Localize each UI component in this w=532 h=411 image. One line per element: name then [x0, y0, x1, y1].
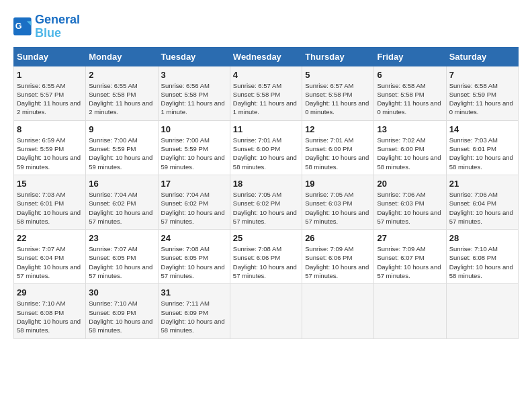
- calendar-week-row: 1Sunrise: 6:55 AMSunset: 5:57 PMDaylight…: [14, 66, 519, 120]
- day-number: 4: [233, 70, 299, 80]
- calendar-cell: 13Sunrise: 7:02 AMSunset: 6:00 PMDayligh…: [374, 120, 446, 175]
- col-header-wednesday: Wednesday: [230, 47, 302, 66]
- page-header: G General Blue: [13, 13, 519, 40]
- col-header-sunday: Sunday: [14, 47, 86, 66]
- calendar-cell: 1Sunrise: 6:55 AMSunset: 5:57 PMDaylight…: [14, 66, 86, 120]
- calendar-cell: [446, 284, 518, 338]
- day-number: 29: [17, 287, 83, 298]
- svg-text:G: G: [15, 21, 22, 31]
- calendar-cell: 24Sunrise: 7:08 AMSunset: 6:05 PMDayligh…: [158, 230, 230, 284]
- day-info: Sunrise: 6:57 AMSunset: 5:58 PMDaylight:…: [233, 81, 299, 117]
- calendar-cell: 12Sunrise: 7:01 AMSunset: 6:00 PMDayligh…: [302, 120, 374, 175]
- col-header-tuesday: Tuesday: [158, 47, 230, 66]
- day-number: 1: [17, 70, 83, 80]
- day-info: Sunrise: 6:58 AMSunset: 5:58 PMDaylight:…: [377, 81, 443, 117]
- calendar-cell: 27Sunrise: 7:09 AMSunset: 6:07 PMDayligh…: [374, 230, 446, 284]
- day-info: Sunrise: 7:03 AMSunset: 6:01 PMDaylight:…: [17, 190, 83, 226]
- day-info: Sunrise: 7:05 AMSunset: 6:02 PMDaylight:…: [233, 190, 299, 226]
- day-info: Sunrise: 7:10 AMSunset: 6:08 PMDaylight:…: [17, 299, 83, 334]
- logo-text: General Blue: [35, 13, 80, 40]
- day-number: 19: [305, 179, 371, 189]
- calendar-cell: 28Sunrise: 7:10 AMSunset: 6:08 PMDayligh…: [446, 230, 518, 284]
- day-info: Sunrise: 7:06 AMSunset: 6:03 PMDaylight:…: [377, 190, 443, 226]
- day-info: Sunrise: 7:11 AMSunset: 6:09 PMDaylight:…: [161, 299, 227, 334]
- day-number: 15: [17, 179, 83, 189]
- day-info: Sunrise: 7:05 AMSunset: 6:03 PMDaylight:…: [305, 190, 371, 226]
- logo: G General Blue: [13, 13, 80, 40]
- day-number: 18: [233, 179, 299, 189]
- day-info: Sunrise: 7:09 AMSunset: 6:07 PMDaylight:…: [377, 244, 443, 280]
- calendar-cell: 22Sunrise: 7:07 AMSunset: 6:04 PMDayligh…: [14, 230, 86, 284]
- calendar-table: SundayMondayTuesdayWednesdayThursdayFrid…: [13, 47, 519, 339]
- calendar-cell: 5Sunrise: 6:57 AMSunset: 5:58 PMDaylight…: [302, 66, 374, 120]
- header-row: SundayMondayTuesdayWednesdayThursdayFrid…: [14, 47, 519, 66]
- day-number: 31: [161, 287, 227, 298]
- day-info: Sunrise: 7:03 AMSunset: 6:01 PMDaylight:…: [449, 136, 515, 171]
- calendar-cell: 15Sunrise: 7:03 AMSunset: 6:01 PMDayligh…: [14, 175, 86, 229]
- calendar-week-row: 15Sunrise: 7:03 AMSunset: 6:01 PMDayligh…: [14, 175, 519, 229]
- calendar-cell: 9Sunrise: 7:00 AMSunset: 5:59 PMDaylight…: [86, 120, 158, 175]
- calendar-week-row: 29Sunrise: 7:10 AMSunset: 6:08 PMDayligh…: [14, 284, 519, 338]
- calendar-cell: 23Sunrise: 7:07 AMSunset: 6:05 PMDayligh…: [86, 230, 158, 284]
- day-info: Sunrise: 6:59 AMSunset: 5:59 PMDaylight:…: [17, 136, 83, 171]
- day-info: Sunrise: 7:09 AMSunset: 6:06 PMDaylight:…: [305, 244, 371, 280]
- day-number: 30: [89, 287, 154, 298]
- day-number: 9: [89, 124, 154, 134]
- calendar-cell: [230, 284, 302, 338]
- calendar-cell: 20Sunrise: 7:06 AMSunset: 6:03 PMDayligh…: [374, 175, 446, 229]
- day-number: 17: [161, 179, 227, 189]
- day-number: 12: [305, 124, 371, 134]
- calendar-cell: [302, 284, 374, 338]
- day-info: Sunrise: 6:55 AMSunset: 5:58 PMDaylight:…: [89, 81, 154, 117]
- day-info: Sunrise: 6:57 AMSunset: 5:58 PMDaylight:…: [305, 81, 371, 117]
- calendar-cell: 26Sunrise: 7:09 AMSunset: 6:06 PMDayligh…: [302, 230, 374, 284]
- day-info: Sunrise: 7:10 AMSunset: 6:08 PMDaylight:…: [449, 244, 515, 280]
- day-number: 6: [377, 70, 443, 80]
- day-number: 25: [233, 233, 299, 243]
- day-number: 5: [305, 70, 371, 80]
- day-number: 14: [449, 124, 515, 134]
- calendar-cell: 16Sunrise: 7:04 AMSunset: 6:02 PMDayligh…: [86, 175, 158, 229]
- day-info: Sunrise: 6:56 AMSunset: 5:58 PMDaylight:…: [161, 81, 227, 117]
- calendar-cell: 6Sunrise: 6:58 AMSunset: 5:58 PMDaylight…: [374, 66, 446, 120]
- day-info: Sunrise: 7:07 AMSunset: 6:04 PMDaylight:…: [17, 244, 83, 280]
- day-number: 11: [233, 124, 299, 134]
- calendar-cell: 31Sunrise: 7:11 AMSunset: 6:09 PMDayligh…: [158, 284, 230, 338]
- day-info: Sunrise: 7:10 AMSunset: 6:09 PMDaylight:…: [89, 299, 154, 334]
- day-info: Sunrise: 7:06 AMSunset: 6:04 PMDaylight:…: [449, 190, 515, 226]
- day-info: Sunrise: 7:01 AMSunset: 6:00 PMDaylight:…: [233, 136, 299, 171]
- col-header-saturday: Saturday: [446, 47, 518, 66]
- col-header-monday: Monday: [86, 47, 158, 66]
- calendar-cell: 10Sunrise: 7:00 AMSunset: 5:59 PMDayligh…: [158, 120, 230, 175]
- calendar-cell: 19Sunrise: 7:05 AMSunset: 6:03 PMDayligh…: [302, 175, 374, 229]
- calendar-cell: 30Sunrise: 7:10 AMSunset: 6:09 PMDayligh…: [86, 284, 158, 338]
- calendar-week-row: 8Sunrise: 6:59 AMSunset: 5:59 PMDaylight…: [14, 120, 519, 175]
- calendar-cell: 7Sunrise: 6:58 AMSunset: 5:59 PMDaylight…: [446, 66, 518, 120]
- calendar-cell: 4Sunrise: 6:57 AMSunset: 5:58 PMDaylight…: [230, 66, 302, 120]
- calendar-cell: [374, 284, 446, 338]
- day-info: Sunrise: 7:02 AMSunset: 6:00 PMDaylight:…: [377, 136, 443, 171]
- col-header-thursday: Thursday: [302, 47, 374, 66]
- calendar-cell: 25Sunrise: 7:08 AMSunset: 6:06 PMDayligh…: [230, 230, 302, 284]
- day-number: 28: [449, 233, 515, 243]
- calendar-cell: 14Sunrise: 7:03 AMSunset: 6:01 PMDayligh…: [446, 120, 518, 175]
- day-number: 21: [449, 179, 515, 189]
- day-number: 20: [377, 179, 443, 189]
- calendar-week-row: 22Sunrise: 7:07 AMSunset: 6:04 PMDayligh…: [14, 230, 519, 284]
- day-number: 13: [377, 124, 443, 134]
- calendar-cell: 29Sunrise: 7:10 AMSunset: 6:08 PMDayligh…: [14, 284, 86, 338]
- day-number: 16: [89, 179, 154, 189]
- calendar-cell: 17Sunrise: 7:04 AMSunset: 6:02 PMDayligh…: [158, 175, 230, 229]
- day-info: Sunrise: 7:08 AMSunset: 6:05 PMDaylight:…: [161, 244, 227, 280]
- day-info: Sunrise: 7:01 AMSunset: 6:00 PMDaylight:…: [305, 136, 371, 171]
- calendar-cell: 2Sunrise: 6:55 AMSunset: 5:58 PMDaylight…: [86, 66, 158, 120]
- day-info: Sunrise: 7:07 AMSunset: 6:05 PMDaylight:…: [89, 244, 154, 280]
- col-header-friday: Friday: [374, 47, 446, 66]
- calendar-cell: 8Sunrise: 6:59 AMSunset: 5:59 PMDaylight…: [14, 120, 86, 175]
- day-info: Sunrise: 6:55 AMSunset: 5:57 PMDaylight:…: [17, 81, 83, 117]
- calendar-cell: 3Sunrise: 6:56 AMSunset: 5:58 PMDaylight…: [158, 66, 230, 120]
- day-info: Sunrise: 7:08 AMSunset: 6:06 PMDaylight:…: [233, 244, 299, 280]
- day-number: 26: [305, 233, 371, 243]
- day-info: Sunrise: 7:04 AMSunset: 6:02 PMDaylight:…: [89, 190, 154, 226]
- day-number: 10: [161, 124, 227, 134]
